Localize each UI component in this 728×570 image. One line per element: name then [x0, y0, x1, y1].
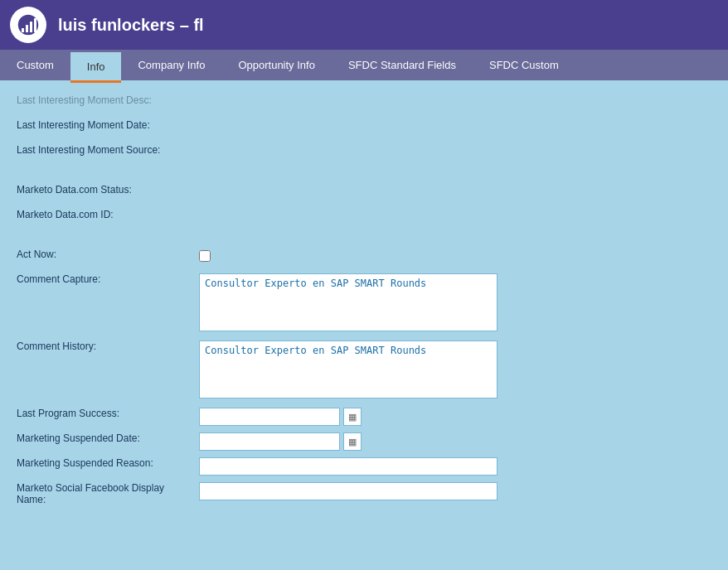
act-now-checkbox[interactable]: [199, 250, 211, 262]
value-last-interesting-moment-source: [199, 141, 711, 144]
field-last-program-success: Last Program Success: ▦: [17, 404, 711, 426]
marketing-suspended-date-input[interactable]: [199, 432, 340, 451]
value-marketo-datacom-status: [199, 181, 711, 184]
label-marketo-datacom-status: Marketo Data.com Status:: [17, 181, 199, 196]
value-marketo-datacom-id: [199, 205, 711, 209]
svg-rect-2: [26, 25, 28, 32]
marketing-suspended-reason-input[interactable]: [199, 457, 497, 476]
tab-sfdc-standard[interactable]: SFDC Standard Fields: [332, 50, 473, 80]
comment-history-textarea[interactable]: [199, 341, 497, 399]
label-marketo-social-facebook: Marketo Social Facebook Display Name:: [17, 479, 199, 505]
value-marketo-social-facebook: [199, 479, 711, 500]
svg-rect-3: [30, 22, 32, 32]
value-last-program-success: ▦: [199, 404, 711, 426]
svg-rect-4: [34, 18, 36, 32]
field-marketing-suspended-date: Marketing Suspended Date: ▦: [17, 429, 711, 451]
label-marketing-suspended-reason: Marketing Suspended Reason:: [17, 454, 199, 469]
label-last-interesting-moment-desc: Last Interesting Moment Desc:: [17, 91, 199, 106]
app-header: luis funlockers – fl: [0, 0, 728, 50]
value-comment-capture: [199, 270, 711, 334]
tab-opportunity-info[interactable]: Opportunity Info: [221, 50, 332, 80]
last-program-success-input[interactable]: [199, 408, 340, 426]
last-program-success-calendar-icon[interactable]: ▦: [343, 408, 362, 426]
tab-bar: Custom Info Company Info Opportunity Inf…: [0, 50, 728, 83]
tab-custom[interactable]: Custom: [0, 50, 70, 80]
tab-company-info[interactable]: Company Info: [121, 50, 221, 80]
label-last-interesting-moment-source: Last Interesting Moment Source:: [17, 141, 199, 156]
label-last-interesting-moment-date: Last Interesting Moment Date:: [17, 116, 199, 131]
value-comment-history: [199, 337, 711, 401]
marketing-suspended-date-calendar-icon[interactable]: ▦: [343, 432, 362, 451]
field-act-now: Act Now:: [17, 245, 711, 267]
label-act-now: Act Now:: [17, 245, 199, 260]
logo: [10, 7, 46, 43]
value-act-now: [199, 245, 711, 264]
value-marketing-suspended-reason: [199, 454, 711, 476]
field-comment-capture: Comment Capture:: [17, 270, 711, 334]
field-marketo-social-facebook: Marketo Social Facebook Display Name:: [17, 479, 711, 505]
main-content: Last Interesting Moment Desc: Last Inter…: [0, 83, 728, 525]
label-marketing-suspended-date: Marketing Suspended Date:: [17, 429, 199, 444]
svg-rect-1: [22, 28, 24, 32]
label-marketo-datacom-id: Marketo Data.com ID:: [17, 205, 199, 220]
field-marketing-suspended-reason: Marketing Suspended Reason:: [17, 454, 711, 476]
field-last-interesting-moment-date: Last Interesting Moment Date:: [17, 116, 711, 138]
label-comment-capture: Comment Capture:: [17, 270, 199, 285]
tab-sfdc-custom[interactable]: SFDC Custom: [473, 50, 575, 80]
field-marketo-datacom-status: Marketo Data.com Status:: [17, 181, 711, 202]
marketo-social-facebook-input[interactable]: [199, 482, 497, 500]
spacer-1: [17, 166, 711, 181]
comment-capture-textarea[interactable]: [199, 273, 497, 331]
label-last-program-success: Last Program Success:: [17, 404, 199, 419]
field-marketo-datacom-id: Marketo Data.com ID:: [17, 205, 711, 227]
page-title: luis funlockers – fl: [58, 16, 204, 35]
label-comment-history: Comment History:: [17, 337, 199, 352]
spacer-2: [17, 230, 711, 245]
field-last-interesting-moment-desc: Last Interesting Moment Desc:: [17, 91, 711, 113]
value-last-interesting-moment-desc: [199, 91, 711, 94]
field-last-interesting-moment-source: Last Interesting Moment Source:: [17, 141, 711, 162]
field-comment-history: Comment History:: [17, 337, 711, 401]
tab-info[interactable]: Info: [70, 52, 122, 83]
value-marketing-suspended-date: ▦: [199, 429, 711, 451]
value-last-interesting-moment-date: [199, 116, 711, 119]
